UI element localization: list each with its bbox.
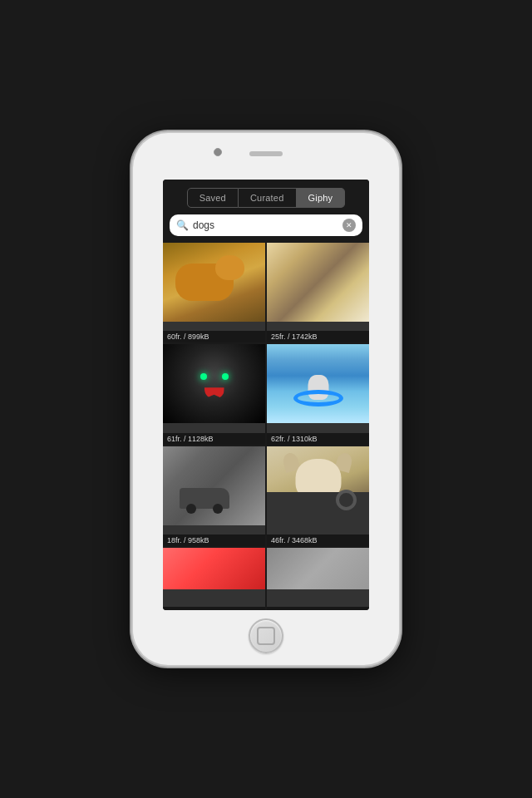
phone-screen: Saved Curated Giphy 🔍 dogs ✕ 60fr. / 8	[163, 180, 369, 610]
gif-grid: 60fr. / 899kB 25fr. / 1742kB	[163, 243, 369, 610]
home-button-inner	[257, 627, 275, 645]
search-input-value[interactable]: dogs	[193, 219, 342, 231]
bw-wheel-2	[213, 504, 223, 514]
search-icon: 🔍	[176, 219, 189, 231]
gif-label-5: 18fr. / 958kB	[163, 534, 265, 546]
gif-label-4: 62fr. / 1310kB	[267, 433, 369, 445]
tab-giphy[interactable]: Giphy	[297, 188, 346, 208]
gif-item-6[interactable]: 46fr. / 3468kB	[267, 446, 369, 546]
pool-ring-shape	[293, 390, 343, 406]
gif-item-5[interactable]: 18fr. / 958kB	[163, 446, 265, 546]
gif-item-7[interactable]	[163, 548, 265, 610]
search-clear-button[interactable]: ✕	[342, 219, 356, 232]
gif-item-1[interactable]: 60fr. / 899kB	[163, 243, 265, 342]
cat-eyes	[200, 373, 229, 380]
corgi-head-shape	[215, 255, 244, 280]
gif-item-8[interactable]	[267, 548, 369, 610]
app-container: Saved Curated Giphy 🔍 dogs ✕ 60fr. / 8	[163, 180, 369, 610]
tab-saved[interactable]: Saved	[187, 188, 239, 208]
gif-label-2: 25fr. / 1742kB	[267, 331, 369, 342]
bw-car-shape	[180, 488, 229, 509]
gif-label-8	[267, 607, 369, 610]
gif-label-7	[163, 607, 265, 610]
phone-speaker	[249, 151, 283, 156]
home-button[interactable]	[249, 618, 283, 653]
phone-frame: Saved Curated Giphy 🔍 dogs ✕ 60fr. / 8	[133, 133, 399, 665]
gif-label-1: 60fr. / 899kB	[163, 331, 265, 342]
gif-item-3[interactable]: 61fr. / 1128kB	[163, 344, 265, 444]
cat-mouth-shape	[204, 387, 224, 399]
gif-item-2[interactable]: 25fr. / 1742kB	[267, 243, 369, 342]
phone-camera	[214, 148, 222, 156]
cat-eye-right	[222, 373, 229, 380]
search-bar: 🔍 dogs ✕	[170, 214, 362, 236]
car-interior-shape	[267, 492, 369, 525]
steering-wheel-shape	[336, 490, 357, 510]
cat-eye-left	[200, 373, 207, 380]
bw-wheel-1	[186, 504, 196, 514]
gif-label-6: 46fr. / 3468kB	[267, 534, 369, 546]
gif-label-3: 61fr. / 1128kB	[163, 433, 265, 445]
gif-item-4[interactable]: 62fr. / 1310kB	[267, 344, 369, 444]
tab-bar: Saved Curated Giphy	[163, 180, 369, 214]
tab-curated[interactable]: Curated	[239, 188, 297, 208]
